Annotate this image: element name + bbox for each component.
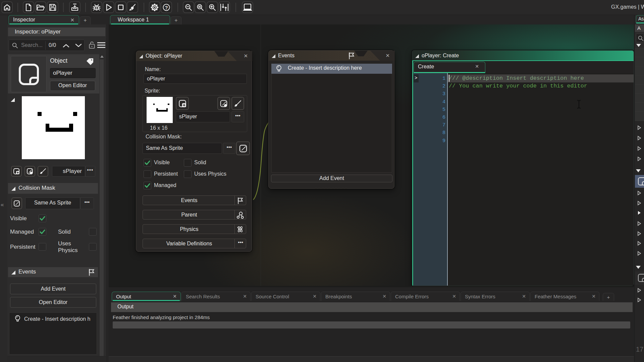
svg-text:?: ?: [165, 4, 168, 10]
